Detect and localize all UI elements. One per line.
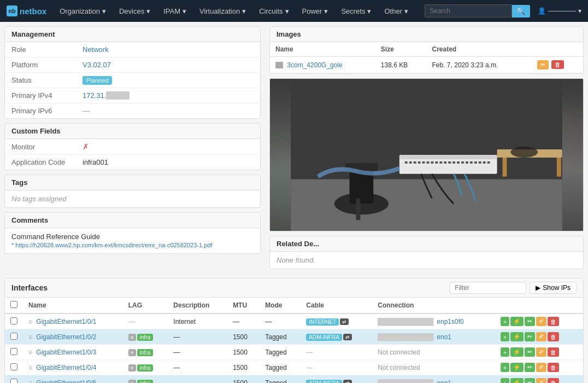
action-buttons: + ⚡ ✏ ✐ 🗑 (501, 347, 578, 357)
images-col-created: Created (427, 42, 531, 57)
clone-button[interactable]: ✐ (536, 317, 546, 326)
action-buttons: + ⚡ ✏ ✐ 🗑 (501, 378, 578, 383)
cable-adm-infra: ADM-INFRA (306, 334, 342, 341)
image-delete-button[interactable]: 🗑 (551, 60, 564, 69)
lag-type-badge: ≡ (128, 380, 136, 384)
row-checkbox[interactable] (10, 317, 17, 324)
left-panel: Management Role Network Platform V3.02.0… (0, 22, 265, 258)
show-ips-button[interactable]: ▶ Show IPs (530, 282, 577, 294)
status-row: Status Planned (5, 73, 260, 88)
delete-button[interactable]: 🗑 (548, 317, 559, 326)
clone-button[interactable]: ✐ (536, 378, 546, 383)
svg-rect-20 (457, 161, 460, 164)
svg-rect-18 (448, 161, 451, 164)
select-all-checkbox[interactable] (10, 301, 17, 308)
nav-ipam-chevron: ▾ (183, 7, 186, 15)
nav-organization[interactable]: Organization ▾ (54, 0, 111, 22)
connect-button[interactable]: ⚡ (510, 332, 524, 341)
cable-cell: — (301, 345, 372, 360)
add-button[interactable]: + (501, 332, 509, 341)
nav-power[interactable]: Power ▾ (297, 0, 334, 22)
row-checkbox[interactable] (10, 348, 17, 355)
interfaces-section: Interfaces ▶ Show IPs Name (4, 278, 584, 383)
iface-name-cell: ≡ GigabitEthernet1/0/2 (23, 329, 123, 345)
images-col-name: Name (270, 42, 375, 57)
actions-cell: + ⚡ ✏ ✐ 🗑 (495, 314, 583, 329)
nav-devices[interactable]: Devices ▾ (114, 0, 156, 22)
related-devices-title: Related De... (277, 240, 319, 248)
svg-rect-11 (418, 161, 421, 164)
svg-rect-8 (405, 161, 408, 164)
primary-ipv6-label: Primary IPv6 (11, 107, 83, 115)
edit-button[interactable]: ✏ (525, 332, 535, 341)
monitor-value: ✗ (83, 142, 89, 151)
drag-handle-icon[interactable]: ≡ (28, 349, 32, 356)
connect-button[interactable]: ⚡ (510, 347, 524, 357)
search-input[interactable] (425, 4, 512, 18)
edit-button[interactable]: ✏ (525, 347, 535, 357)
svg-rect-19 (452, 161, 455, 164)
brand-logo[interactable]: nb netbox (7, 5, 46, 16)
image-edit-button[interactable]: ✏ (537, 60, 549, 69)
interface-name-link[interactable]: GigabitEthernet1/0/4 (36, 364, 96, 372)
comments-title: Comments (11, 216, 48, 224)
interface-name-link[interactable]: GigabitEthernet1/0/3 (36, 349, 96, 356)
images-size-cell: 138.6 KB (375, 57, 427, 73)
add-button[interactable]: + (501, 317, 509, 326)
edit-button[interactable]: ✏ (525, 317, 535, 326)
row-checkbox[interactable] (10, 379, 17, 384)
drag-handle-icon[interactable]: ≡ (28, 333, 32, 341)
connect-button[interactable]: ⚡ (510, 378, 524, 383)
comments-link[interactable]: * https://h20628.www2.hp.com/km-ext/kmcs… (11, 242, 212, 248)
edit-button[interactable]: ✏ (525, 378, 535, 383)
nav-virtualization[interactable]: Virtualization ▾ (194, 0, 251, 22)
connect-button[interactable]: ⚡ (510, 317, 524, 326)
delete-button[interactable]: 🗑 (548, 347, 559, 357)
cable-share-icon: ⇌ (343, 380, 352, 383)
role-value: Network (83, 45, 109, 54)
edit-button[interactable]: ✏ (525, 363, 535, 372)
drag-handle-icon[interactable]: ≡ (28, 379, 32, 384)
interface-name-link[interactable]: GigabitEthernet1/0/2 (36, 333, 96, 341)
connect-button[interactable]: ⚡ (510, 363, 524, 372)
interface-name-link[interactable]: GigabitEthernet1/0/1 (36, 318, 96, 326)
drag-handle-icon[interactable]: ≡ (28, 318, 32, 326)
images-name-link[interactable]: 3com_4200G_gole (287, 61, 342, 69)
clone-button[interactable]: ✐ (536, 332, 546, 341)
drag-handle-icon[interactable]: ≡ (28, 364, 32, 372)
nav-ipam[interactable]: IPAM ▾ (158, 0, 192, 22)
add-button[interactable]: + (501, 347, 509, 357)
user-menu[interactable]: 👤 ────── ▾ (538, 7, 581, 15)
connection-cell: ████████████eno1 (372, 329, 495, 345)
clone-button[interactable]: ✐ (536, 363, 546, 372)
nav-secrets[interactable]: Secrets ▾ (336, 0, 377, 22)
status-badge: Planned (83, 76, 112, 85)
search-button[interactable]: 🔍 (512, 5, 530, 18)
svg-rect-25 (479, 161, 481, 164)
svg-rect-24 (474, 161, 477, 164)
row-checkbox[interactable] (10, 363, 17, 370)
connection-endpoint-link[interactable]: eno1 (437, 333, 451, 341)
table-row: ≡ GigabitEthernet1/0/4 ≡infra — 1500 Tag… (5, 360, 583, 375)
nav-circuits[interactable]: Circuits ▾ (254, 0, 294, 22)
svg-rect-27 (487, 161, 490, 164)
primary-ipv4-link[interactable]: 172.31.xxx.xxx (83, 91, 130, 100)
clone-button[interactable]: ✐ (536, 347, 546, 357)
filter-input[interactable] (450, 282, 526, 294)
interface-name-link[interactable]: GigabitEthernet1/0/5 (36, 379, 96, 384)
description-cell: — (168, 345, 227, 360)
related-devices-section: Related De... None found. (269, 236, 584, 269)
add-button[interactable]: + (501, 378, 509, 383)
connection-endpoint-link[interactable]: eno1 (437, 379, 451, 384)
add-button[interactable]: + (501, 363, 509, 372)
delete-button[interactable]: 🗑 (548, 378, 559, 383)
row-checkbox[interactable] (10, 333, 17, 340)
connection-endpoint-link[interactable]: enp1s0f0 (437, 318, 463, 326)
delete-button[interactable]: 🗑 (548, 363, 559, 372)
delete-button[interactable]: 🗑 (548, 332, 559, 341)
nav-other[interactable]: Other ▾ (379, 0, 414, 22)
platform-link[interactable]: V3.02.07 (83, 61, 111, 69)
svg-rect-22 (466, 161, 468, 164)
user-icon: 👤 (538, 7, 546, 15)
role-link[interactable]: Network (83, 45, 109, 54)
